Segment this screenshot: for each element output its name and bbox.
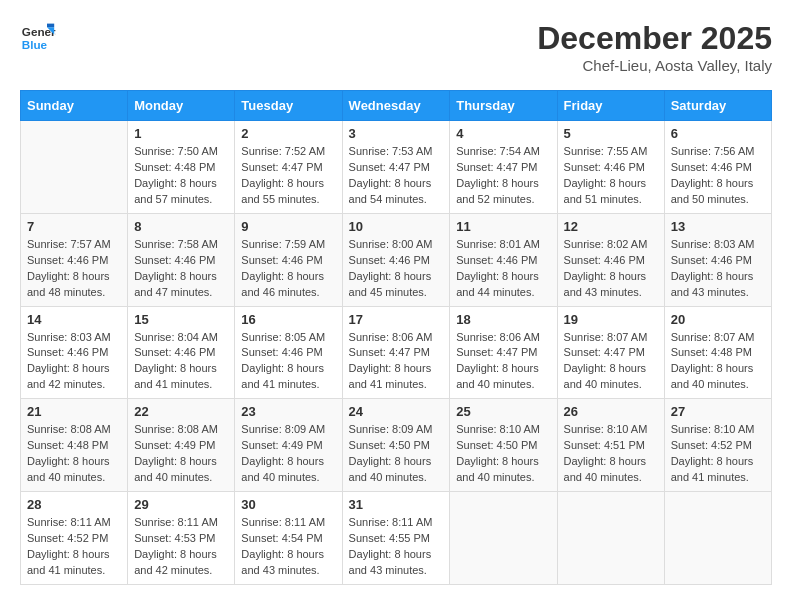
day-number: 6 bbox=[671, 126, 765, 141]
calendar-day-cell: 20Sunrise: 8:07 AMSunset: 4:48 PMDayligh… bbox=[664, 306, 771, 399]
calendar-week-row: 14Sunrise: 8:03 AMSunset: 4:46 PMDayligh… bbox=[21, 306, 772, 399]
day-info: Sunrise: 8:10 AMSunset: 4:50 PMDaylight:… bbox=[456, 422, 550, 486]
calendar-day-cell: 5Sunrise: 7:55 AMSunset: 4:46 PMDaylight… bbox=[557, 121, 664, 214]
day-number: 14 bbox=[27, 312, 121, 327]
calendar-day-cell: 22Sunrise: 8:08 AMSunset: 4:49 PMDayligh… bbox=[128, 399, 235, 492]
calendar-day-cell: 28Sunrise: 8:11 AMSunset: 4:52 PMDayligh… bbox=[21, 492, 128, 585]
day-number: 18 bbox=[456, 312, 550, 327]
calendar-day-cell: 17Sunrise: 8:06 AMSunset: 4:47 PMDayligh… bbox=[342, 306, 450, 399]
day-number: 30 bbox=[241, 497, 335, 512]
day-number: 31 bbox=[349, 497, 444, 512]
calendar-week-row: 7Sunrise: 7:57 AMSunset: 4:46 PMDaylight… bbox=[21, 213, 772, 306]
calendar-day-cell: 6Sunrise: 7:56 AMSunset: 4:46 PMDaylight… bbox=[664, 121, 771, 214]
day-number: 28 bbox=[27, 497, 121, 512]
logo: General Blue bbox=[20, 20, 56, 56]
day-number: 19 bbox=[564, 312, 658, 327]
calendar-day-cell: 8Sunrise: 7:58 AMSunset: 4:46 PMDaylight… bbox=[128, 213, 235, 306]
day-info: Sunrise: 7:50 AMSunset: 4:48 PMDaylight:… bbox=[134, 144, 228, 208]
day-number: 25 bbox=[456, 404, 550, 419]
day-info: Sunrise: 7:57 AMSunset: 4:46 PMDaylight:… bbox=[27, 237, 121, 301]
day-number: 16 bbox=[241, 312, 335, 327]
day-number: 29 bbox=[134, 497, 228, 512]
day-number: 17 bbox=[349, 312, 444, 327]
day-number: 27 bbox=[671, 404, 765, 419]
calendar-day-cell bbox=[557, 492, 664, 585]
calendar-day-cell: 31Sunrise: 8:11 AMSunset: 4:55 PMDayligh… bbox=[342, 492, 450, 585]
logo-icon: General Blue bbox=[20, 20, 56, 56]
calendar-day-cell: 24Sunrise: 8:09 AMSunset: 4:50 PMDayligh… bbox=[342, 399, 450, 492]
calendar-week-row: 1Sunrise: 7:50 AMSunset: 4:48 PMDaylight… bbox=[21, 121, 772, 214]
weekday-header: Monday bbox=[128, 91, 235, 121]
calendar-day-cell: 25Sunrise: 8:10 AMSunset: 4:50 PMDayligh… bbox=[450, 399, 557, 492]
day-number: 12 bbox=[564, 219, 658, 234]
day-info: Sunrise: 8:03 AMSunset: 4:46 PMDaylight:… bbox=[27, 330, 121, 394]
day-info: Sunrise: 8:10 AMSunset: 4:51 PMDaylight:… bbox=[564, 422, 658, 486]
page-header: General Blue December 2025 Chef-Lieu, Ao… bbox=[20, 20, 772, 74]
day-info: Sunrise: 7:56 AMSunset: 4:46 PMDaylight:… bbox=[671, 144, 765, 208]
calendar-day-cell: 23Sunrise: 8:09 AMSunset: 4:49 PMDayligh… bbox=[235, 399, 342, 492]
calendar-day-cell bbox=[450, 492, 557, 585]
location: Chef-Lieu, Aosta Valley, Italy bbox=[537, 57, 772, 74]
calendar-day-cell: 21Sunrise: 8:08 AMSunset: 4:48 PMDayligh… bbox=[21, 399, 128, 492]
calendar-week-row: 28Sunrise: 8:11 AMSunset: 4:52 PMDayligh… bbox=[21, 492, 772, 585]
weekday-header: Wednesday bbox=[342, 91, 450, 121]
calendar-week-row: 21Sunrise: 8:08 AMSunset: 4:48 PMDayligh… bbox=[21, 399, 772, 492]
calendar-day-cell: 9Sunrise: 7:59 AMSunset: 4:46 PMDaylight… bbox=[235, 213, 342, 306]
calendar-header-row: SundayMondayTuesdayWednesdayThursdayFrid… bbox=[21, 91, 772, 121]
calendar-day-cell: 7Sunrise: 7:57 AMSunset: 4:46 PMDaylight… bbox=[21, 213, 128, 306]
day-info: Sunrise: 8:11 AMSunset: 4:52 PMDaylight:… bbox=[27, 515, 121, 579]
calendar-day-cell: 16Sunrise: 8:05 AMSunset: 4:46 PMDayligh… bbox=[235, 306, 342, 399]
weekday-header: Sunday bbox=[21, 91, 128, 121]
day-number: 15 bbox=[134, 312, 228, 327]
day-number: 1 bbox=[134, 126, 228, 141]
weekday-header: Thursday bbox=[450, 91, 557, 121]
calendar-day-cell: 4Sunrise: 7:54 AMSunset: 4:47 PMDaylight… bbox=[450, 121, 557, 214]
day-number: 22 bbox=[134, 404, 228, 419]
day-info: Sunrise: 8:09 AMSunset: 4:49 PMDaylight:… bbox=[241, 422, 335, 486]
calendar-day-cell: 1Sunrise: 7:50 AMSunset: 4:48 PMDaylight… bbox=[128, 121, 235, 214]
day-number: 21 bbox=[27, 404, 121, 419]
day-info: Sunrise: 8:07 AMSunset: 4:48 PMDaylight:… bbox=[671, 330, 765, 394]
calendar-day-cell: 2Sunrise: 7:52 AMSunset: 4:47 PMDaylight… bbox=[235, 121, 342, 214]
day-number: 2 bbox=[241, 126, 335, 141]
day-number: 24 bbox=[349, 404, 444, 419]
day-info: Sunrise: 7:58 AMSunset: 4:46 PMDaylight:… bbox=[134, 237, 228, 301]
calendar-day-cell: 11Sunrise: 8:01 AMSunset: 4:46 PMDayligh… bbox=[450, 213, 557, 306]
day-info: Sunrise: 8:11 AMSunset: 4:53 PMDaylight:… bbox=[134, 515, 228, 579]
calendar-day-cell: 12Sunrise: 8:02 AMSunset: 4:46 PMDayligh… bbox=[557, 213, 664, 306]
calendar-day-cell bbox=[664, 492, 771, 585]
day-number: 10 bbox=[349, 219, 444, 234]
day-info: Sunrise: 8:05 AMSunset: 4:46 PMDaylight:… bbox=[241, 330, 335, 394]
day-number: 13 bbox=[671, 219, 765, 234]
day-info: Sunrise: 8:01 AMSunset: 4:46 PMDaylight:… bbox=[456, 237, 550, 301]
calendar-table: SundayMondayTuesdayWednesdayThursdayFrid… bbox=[20, 90, 772, 585]
day-number: 7 bbox=[27, 219, 121, 234]
day-info: Sunrise: 8:11 AMSunset: 4:55 PMDaylight:… bbox=[349, 515, 444, 579]
day-number: 20 bbox=[671, 312, 765, 327]
title-area: December 2025 Chef-Lieu, Aosta Valley, I… bbox=[537, 20, 772, 74]
day-info: Sunrise: 8:06 AMSunset: 4:47 PMDaylight:… bbox=[349, 330, 444, 394]
weekday-header: Friday bbox=[557, 91, 664, 121]
weekday-header: Saturday bbox=[664, 91, 771, 121]
calendar-day-cell: 14Sunrise: 8:03 AMSunset: 4:46 PMDayligh… bbox=[21, 306, 128, 399]
day-info: Sunrise: 8:04 AMSunset: 4:46 PMDaylight:… bbox=[134, 330, 228, 394]
day-info: Sunrise: 8:08 AMSunset: 4:48 PMDaylight:… bbox=[27, 422, 121, 486]
day-info: Sunrise: 8:00 AMSunset: 4:46 PMDaylight:… bbox=[349, 237, 444, 301]
calendar-day-cell bbox=[21, 121, 128, 214]
day-info: Sunrise: 8:06 AMSunset: 4:47 PMDaylight:… bbox=[456, 330, 550, 394]
calendar-day-cell: 10Sunrise: 8:00 AMSunset: 4:46 PMDayligh… bbox=[342, 213, 450, 306]
calendar-day-cell: 15Sunrise: 8:04 AMSunset: 4:46 PMDayligh… bbox=[128, 306, 235, 399]
calendar-day-cell: 3Sunrise: 7:53 AMSunset: 4:47 PMDaylight… bbox=[342, 121, 450, 214]
day-info: Sunrise: 8:08 AMSunset: 4:49 PMDaylight:… bbox=[134, 422, 228, 486]
day-number: 23 bbox=[241, 404, 335, 419]
day-number: 5 bbox=[564, 126, 658, 141]
calendar-day-cell: 26Sunrise: 8:10 AMSunset: 4:51 PMDayligh… bbox=[557, 399, 664, 492]
day-info: Sunrise: 8:03 AMSunset: 4:46 PMDaylight:… bbox=[671, 237, 765, 301]
svg-text:Blue: Blue bbox=[22, 38, 48, 51]
weekday-header: Tuesday bbox=[235, 91, 342, 121]
day-number: 3 bbox=[349, 126, 444, 141]
calendar-day-cell: 30Sunrise: 8:11 AMSunset: 4:54 PMDayligh… bbox=[235, 492, 342, 585]
day-info: Sunrise: 8:09 AMSunset: 4:50 PMDaylight:… bbox=[349, 422, 444, 486]
svg-marker-3 bbox=[47, 24, 54, 28]
day-info: Sunrise: 7:54 AMSunset: 4:47 PMDaylight:… bbox=[456, 144, 550, 208]
